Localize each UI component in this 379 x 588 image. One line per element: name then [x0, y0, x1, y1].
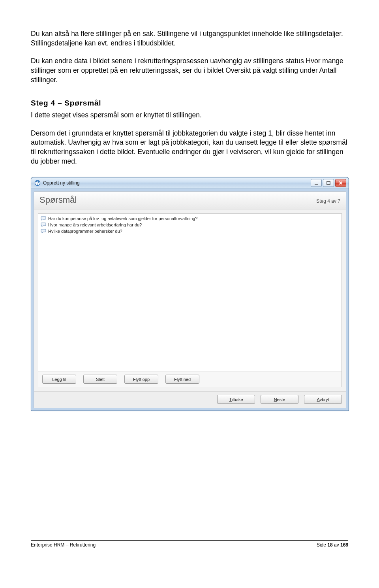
- list-item[interactable]: Hvilke dataprogrammer behersker du?: [41, 228, 339, 234]
- questions-list[interactable]: Har du kompetanse på lov- og avtaleverk …: [38, 214, 341, 371]
- app-icon: [34, 180, 41, 186]
- paragraph: Du kan altså ha flere stillinger på en s…: [31, 29, 348, 48]
- speech-bubble-icon: [41, 228, 46, 234]
- back-button[interactable]: Tilbake: [217, 395, 255, 404]
- window-title: Opprett ny stilling: [43, 180, 311, 186]
- questions-panel: Har du kompetanse på lov- og avtaleverk …: [38, 213, 342, 387]
- paragraph: Dersom det i grunndata er knyttet spørsm…: [31, 129, 348, 166]
- footer-right: Side 18 av 168: [317, 542, 348, 548]
- paragraph: I dette steget vises spørsmål som er kny…: [31, 111, 348, 120]
- step-indicator: Steg 4 av 7: [316, 198, 340, 204]
- wizard-section-title: Spørsmål: [39, 195, 77, 205]
- wizard-header: Spørsmål Steg 4 av 7: [34, 192, 346, 209]
- question-text: Hvor mange års relevant arbeidserfaring …: [48, 222, 142, 227]
- move-down-button[interactable]: Flytt ned: [165, 375, 199, 384]
- dialog-window: Opprett ny stilling Spørsmål Steg 4 av 7: [31, 177, 349, 411]
- maximize-button[interactable]: [323, 179, 334, 187]
- page-footer: Enterprise HRM – Rekruttering Side 18 av…: [31, 540, 348, 548]
- speech-bubble-icon: [41, 222, 46, 228]
- heading-step4: Steg 4 – Spørsmål: [31, 99, 348, 107]
- next-button[interactable]: Neste: [261, 395, 298, 404]
- svg-point-1: [37, 184, 38, 185]
- question-text: Har du kompetanse på lov- og avtaleverk …: [48, 216, 197, 221]
- speech-bubble-icon: [41, 216, 46, 221]
- wizard-footer: Tilbake Neste Avbryt: [34, 391, 346, 408]
- svg-rect-2: [315, 184, 318, 185]
- question-text: Hvilke dataprogrammer behersker du?: [48, 229, 122, 234]
- minimize-button[interactable]: [311, 179, 322, 187]
- list-item[interactable]: Har du kompetanse på lov- og avtaleverk …: [41, 215, 339, 222]
- paragraph: Du kan endre data i bildet senere i rekr…: [31, 57, 348, 85]
- delete-button[interactable]: Slett: [83, 375, 117, 384]
- close-button[interactable]: [335, 179, 346, 187]
- svg-rect-3: [327, 181, 330, 185]
- list-item[interactable]: Hvor mange års relevant arbeidserfaring …: [41, 222, 339, 228]
- footer-left: Enterprise HRM – Rekruttering: [31, 542, 96, 548]
- move-up-button[interactable]: Flytt opp: [124, 375, 158, 384]
- add-button[interactable]: Legg til: [42, 375, 76, 384]
- titlebar[interactable]: Opprett ny stilling: [31, 177, 349, 189]
- cancel-button[interactable]: Avbryt: [304, 395, 342, 404]
